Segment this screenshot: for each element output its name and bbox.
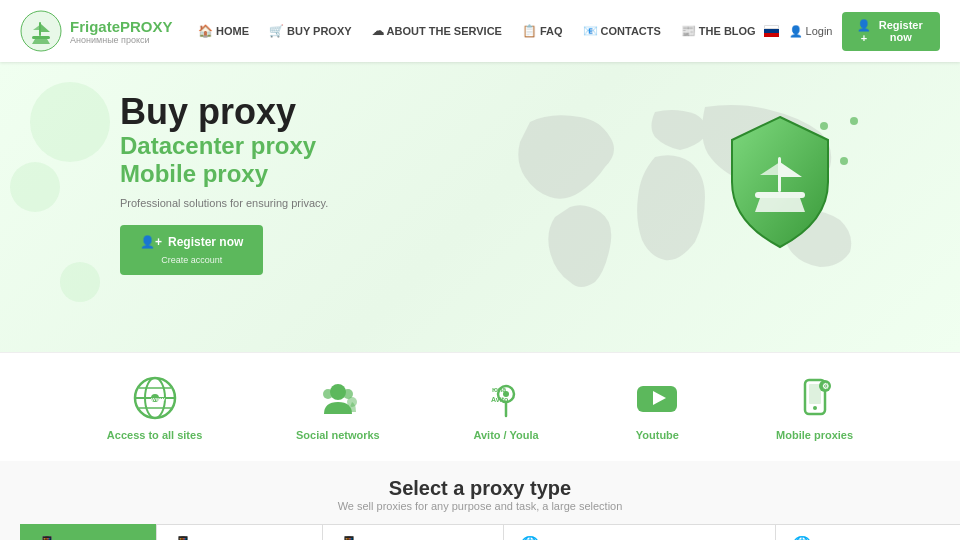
svg-marker-10 xyxy=(755,198,805,212)
hero-visual xyxy=(500,82,920,342)
mobile-shared-tab-icon: 📱 xyxy=(339,535,359,540)
register-icon: 👤+ xyxy=(856,19,871,44)
register-button[interactable]: 👤+ Register now xyxy=(842,12,940,51)
logo-icon xyxy=(20,10,62,52)
proxy-tabs: 📱 MOBILE PROXY 📱 MOBILE ELITE PROXY 📱 MO… xyxy=(0,524,960,540)
blog-icon: 📰 xyxy=(681,24,696,38)
social-networks-icon xyxy=(313,373,363,423)
faq-icon: 📋 xyxy=(522,24,537,38)
user-icon: 👤 xyxy=(789,25,803,38)
feature-mobile-proxies[interactable]: ⚙ Mobile proxies xyxy=(776,373,853,441)
proxy-tab-mobile-elite[interactable]: 📱 MOBILE ELITE PROXY xyxy=(156,524,323,540)
proxy-tab-server-ipv4-social[interactable]: 🌐 SERVER PROXIES IPV4 FOR SOCIAL MEDIA xyxy=(775,524,960,540)
proxy-tab-mobile[interactable]: 📱 MOBILE PROXY xyxy=(20,524,156,540)
login-label: Login xyxy=(806,25,833,37)
logo-text-light: Frigate xyxy=(70,18,120,35)
hero-section: Buy proxy Datacenter proxy Mobile proxy … xyxy=(0,62,960,352)
hero-subtitle-1: Datacenter proxy xyxy=(120,132,500,161)
mobile-proxy-tab-icon: 📱 xyxy=(37,535,57,540)
proxy-tab-server-ipv4-all[interactable]: 🌐 SERVER PROXIES IPV4 FOR ALL WEBSITES xyxy=(503,524,775,540)
main-nav: 🏠 HOME 🛒 BUY PROXY ☁ ABOUT THE SERVICE 📋… xyxy=(190,20,764,42)
feature-youtube-label: Youtube xyxy=(636,429,679,441)
avito-icon: юна Avito xyxy=(481,373,531,423)
register-label: Register now xyxy=(875,19,926,43)
language-flag[interactable] xyxy=(764,25,779,38)
shield xyxy=(720,112,840,252)
nav-item-about[interactable]: ☁ ABOUT THE SERVICE xyxy=(364,20,510,42)
svg-rect-9 xyxy=(755,192,805,198)
contacts-icon: 📧 xyxy=(583,24,598,38)
select-proxy-description: We sell proxies for any purpose and task… xyxy=(0,500,960,512)
hero-register-sub: Create account xyxy=(161,255,222,265)
hero-content: Buy proxy Datacenter proxy Mobile proxy … xyxy=(120,92,500,275)
access-sites-icon: www xyxy=(130,373,180,423)
server-all-tab-icon: 🌐 xyxy=(520,535,540,540)
feature-access-sites[interactable]: www Access to all sites xyxy=(107,373,202,441)
nav-item-home[interactable]: 🏠 HOME xyxy=(190,20,257,42)
hero-title: Buy proxy xyxy=(120,92,500,132)
nav-item-contacts[interactable]: 📧 CONTACTS xyxy=(575,20,669,42)
mobile-elite-tab-icon: 📱 xyxy=(173,535,193,540)
logo[interactable]: FrigatePROXY Анонимные прокси xyxy=(20,10,190,52)
server-social-tab-icon: 🌐 xyxy=(792,535,812,540)
feature-social-networks-label: Social networks xyxy=(296,429,380,441)
mobile-proxies-icon: ⚙ xyxy=(790,373,840,423)
world-map xyxy=(500,82,900,322)
feature-avito[interactable]: юна Avito Avito / Youla xyxy=(473,373,538,441)
map-dot xyxy=(850,117,858,125)
select-proxy-title: Select a proxy type xyxy=(0,477,960,500)
feature-access-sites-label: Access to all sites xyxy=(107,429,202,441)
hero-register-icon: 👤+ xyxy=(140,235,162,249)
svg-text:⚙: ⚙ xyxy=(822,382,829,391)
feature-mobile-proxies-label: Mobile proxies xyxy=(776,429,853,441)
features-section: www Access to all sites Social networks … xyxy=(0,352,960,461)
cloud-icon: ☁ xyxy=(372,24,384,38)
svg-text:www: www xyxy=(150,396,165,402)
logo-text-bold: PROXY xyxy=(120,18,173,35)
deco-circle-2 xyxy=(10,162,60,212)
hero-register-button[interactable]: 👤+ Register now Create account xyxy=(120,225,263,275)
nav-item-buy-proxy[interactable]: 🛒 BUY PROXY xyxy=(261,20,360,42)
feature-avito-label: Avito / Youla xyxy=(473,429,538,441)
nav-item-faq[interactable]: 📋 FAQ xyxy=(514,20,571,42)
svg-text:юна: юна xyxy=(492,386,506,393)
svg-text:Avito: Avito xyxy=(491,396,508,403)
svg-rect-4 xyxy=(32,36,50,39)
deco-circle-1 xyxy=(30,82,110,162)
deco-circle-3 xyxy=(60,262,100,302)
hero-register-label: Register now xyxy=(168,235,243,249)
header: FrigatePROXY Анонимные прокси 🏠 HOME 🛒 B… xyxy=(0,0,960,62)
hero-subtitle-2: Mobile proxy xyxy=(120,160,500,189)
login-link[interactable]: 👤 Login xyxy=(789,25,833,38)
hero-description: Professional solutions for ensuring priv… xyxy=(120,197,500,209)
feature-youtube[interactable]: Youtube xyxy=(632,373,682,441)
youtube-icon xyxy=(632,373,682,423)
feature-social-networks[interactable]: Social networks xyxy=(296,373,380,441)
cart-icon: 🛒 xyxy=(269,24,284,38)
svg-marker-5 xyxy=(32,39,50,44)
header-right: 👤 Login 👤+ Register now xyxy=(764,12,940,51)
map-dot xyxy=(840,157,848,165)
svg-point-30 xyxy=(813,406,817,410)
nav-item-blog[interactable]: 📰 THE BLOG xyxy=(673,20,764,42)
home-icon: 🏠 xyxy=(198,24,213,38)
proxy-tab-mobile-shared[interactable]: 📱 MOBILE SHARED PROXY xyxy=(322,524,503,540)
svg-point-19 xyxy=(323,389,333,399)
select-proxy-section: Select a proxy type We sell proxies for … xyxy=(0,461,960,540)
logo-subtitle: Анонимные прокси xyxy=(70,35,173,45)
